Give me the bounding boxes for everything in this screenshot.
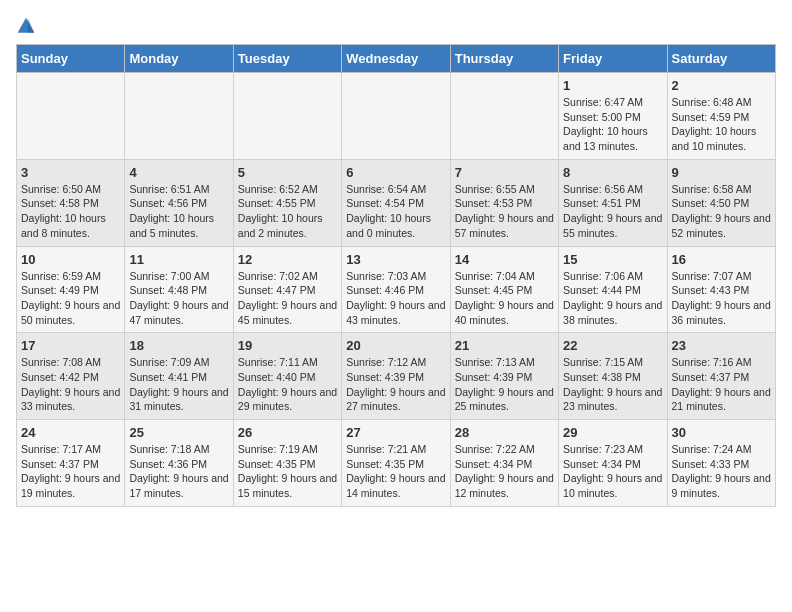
page-header — [16, 16, 776, 36]
day-number: 10 — [21, 252, 120, 267]
day-info: Sunrise: 7:12 AM Sunset: 4:39 PM Dayligh… — [346, 355, 445, 414]
day-info: Sunrise: 7:13 AM Sunset: 4:39 PM Dayligh… — [455, 355, 554, 414]
calendar-table: Sunday Monday Tuesday Wednesday Thursday… — [16, 44, 776, 507]
day-info: Sunrise: 7:04 AM Sunset: 4:45 PM Dayligh… — [455, 269, 554, 328]
day-number: 18 — [129, 338, 228, 353]
col-tuesday: Tuesday — [233, 45, 341, 73]
calendar-week-row: 3Sunrise: 6:50 AM Sunset: 4:58 PM Daylig… — [17, 159, 776, 246]
col-friday: Friday — [559, 45, 667, 73]
day-info: Sunrise: 7:19 AM Sunset: 4:35 PM Dayligh… — [238, 442, 337, 501]
calendar-week-row: 1Sunrise: 6:47 AM Sunset: 5:00 PM Daylig… — [17, 73, 776, 160]
day-info: Sunrise: 6:58 AM Sunset: 4:50 PM Dayligh… — [672, 182, 771, 241]
calendar-day-cell — [125, 73, 233, 160]
calendar-day-cell — [450, 73, 558, 160]
day-info: Sunrise: 6:47 AM Sunset: 5:00 PM Dayligh… — [563, 95, 662, 154]
day-number: 6 — [346, 165, 445, 180]
day-info: Sunrise: 7:02 AM Sunset: 4:47 PM Dayligh… — [238, 269, 337, 328]
calendar-day-cell: 19Sunrise: 7:11 AM Sunset: 4:40 PM Dayli… — [233, 333, 341, 420]
day-info: Sunrise: 7:18 AM Sunset: 4:36 PM Dayligh… — [129, 442, 228, 501]
calendar-day-cell: 7Sunrise: 6:55 AM Sunset: 4:53 PM Daylig… — [450, 159, 558, 246]
day-info: Sunrise: 6:51 AM Sunset: 4:56 PM Dayligh… — [129, 182, 228, 241]
day-number: 9 — [672, 165, 771, 180]
day-number: 21 — [455, 338, 554, 353]
day-number: 24 — [21, 425, 120, 440]
day-number: 17 — [21, 338, 120, 353]
day-number: 23 — [672, 338, 771, 353]
day-number: 22 — [563, 338, 662, 353]
day-number: 3 — [21, 165, 120, 180]
logo-icon — [16, 16, 36, 36]
calendar-day-cell: 15Sunrise: 7:06 AM Sunset: 4:44 PM Dayli… — [559, 246, 667, 333]
calendar-day-cell: 25Sunrise: 7:18 AM Sunset: 4:36 PM Dayli… — [125, 420, 233, 507]
day-number: 16 — [672, 252, 771, 267]
calendar-week-row: 17Sunrise: 7:08 AM Sunset: 4:42 PM Dayli… — [17, 333, 776, 420]
day-number: 30 — [672, 425, 771, 440]
calendar-day-cell: 13Sunrise: 7:03 AM Sunset: 4:46 PM Dayli… — [342, 246, 450, 333]
day-number: 5 — [238, 165, 337, 180]
svg-marker-1 — [28, 18, 35, 33]
day-number: 28 — [455, 425, 554, 440]
day-info: Sunrise: 7:11 AM Sunset: 4:40 PM Dayligh… — [238, 355, 337, 414]
day-info: Sunrise: 7:03 AM Sunset: 4:46 PM Dayligh… — [346, 269, 445, 328]
day-info: Sunrise: 6:50 AM Sunset: 4:58 PM Dayligh… — [21, 182, 120, 241]
logo — [16, 16, 40, 36]
col-sunday: Sunday — [17, 45, 125, 73]
calendar-day-cell: 4Sunrise: 6:51 AM Sunset: 4:56 PM Daylig… — [125, 159, 233, 246]
day-info: Sunrise: 7:06 AM Sunset: 4:44 PM Dayligh… — [563, 269, 662, 328]
calendar-week-row: 10Sunrise: 6:59 AM Sunset: 4:49 PM Dayli… — [17, 246, 776, 333]
day-info: Sunrise: 7:09 AM Sunset: 4:41 PM Dayligh… — [129, 355, 228, 414]
day-number: 25 — [129, 425, 228, 440]
calendar-day-cell: 3Sunrise: 6:50 AM Sunset: 4:58 PM Daylig… — [17, 159, 125, 246]
calendar-day-cell: 8Sunrise: 6:56 AM Sunset: 4:51 PM Daylig… — [559, 159, 667, 246]
day-info: Sunrise: 6:55 AM Sunset: 4:53 PM Dayligh… — [455, 182, 554, 241]
day-info: Sunrise: 7:23 AM Sunset: 4:34 PM Dayligh… — [563, 442, 662, 501]
col-thursday: Thursday — [450, 45, 558, 73]
calendar-week-row: 24Sunrise: 7:17 AM Sunset: 4:37 PM Dayli… — [17, 420, 776, 507]
day-info: Sunrise: 7:24 AM Sunset: 4:33 PM Dayligh… — [672, 442, 771, 501]
day-number: 14 — [455, 252, 554, 267]
day-info: Sunrise: 6:54 AM Sunset: 4:54 PM Dayligh… — [346, 182, 445, 241]
calendar-day-cell: 6Sunrise: 6:54 AM Sunset: 4:54 PM Daylig… — [342, 159, 450, 246]
day-number: 29 — [563, 425, 662, 440]
day-number: 7 — [455, 165, 554, 180]
calendar-day-cell: 14Sunrise: 7:04 AM Sunset: 4:45 PM Dayli… — [450, 246, 558, 333]
day-info: Sunrise: 7:15 AM Sunset: 4:38 PM Dayligh… — [563, 355, 662, 414]
calendar-day-cell: 22Sunrise: 7:15 AM Sunset: 4:38 PM Dayli… — [559, 333, 667, 420]
day-number: 2 — [672, 78, 771, 93]
calendar-day-cell: 11Sunrise: 7:00 AM Sunset: 4:48 PM Dayli… — [125, 246, 233, 333]
calendar-day-cell: 16Sunrise: 7:07 AM Sunset: 4:43 PM Dayli… — [667, 246, 775, 333]
day-info: Sunrise: 7:17 AM Sunset: 4:37 PM Dayligh… — [21, 442, 120, 501]
day-info: Sunrise: 6:52 AM Sunset: 4:55 PM Dayligh… — [238, 182, 337, 241]
calendar-day-cell: 29Sunrise: 7:23 AM Sunset: 4:34 PM Dayli… — [559, 420, 667, 507]
day-number: 1 — [563, 78, 662, 93]
calendar-day-cell: 28Sunrise: 7:22 AM Sunset: 4:34 PM Dayli… — [450, 420, 558, 507]
day-info: Sunrise: 7:00 AM Sunset: 4:48 PM Dayligh… — [129, 269, 228, 328]
day-number: 13 — [346, 252, 445, 267]
day-info: Sunrise: 6:56 AM Sunset: 4:51 PM Dayligh… — [563, 182, 662, 241]
day-info: Sunrise: 7:07 AM Sunset: 4:43 PM Dayligh… — [672, 269, 771, 328]
day-info: Sunrise: 7:16 AM Sunset: 4:37 PM Dayligh… — [672, 355, 771, 414]
day-number: 19 — [238, 338, 337, 353]
calendar-day-cell: 9Sunrise: 6:58 AM Sunset: 4:50 PM Daylig… — [667, 159, 775, 246]
day-info: Sunrise: 6:48 AM Sunset: 4:59 PM Dayligh… — [672, 95, 771, 154]
day-number: 8 — [563, 165, 662, 180]
calendar-day-cell: 26Sunrise: 7:19 AM Sunset: 4:35 PM Dayli… — [233, 420, 341, 507]
calendar-day-cell: 24Sunrise: 7:17 AM Sunset: 4:37 PM Dayli… — [17, 420, 125, 507]
calendar-day-cell: 20Sunrise: 7:12 AM Sunset: 4:39 PM Dayli… — [342, 333, 450, 420]
calendar-day-cell: 10Sunrise: 6:59 AM Sunset: 4:49 PM Dayli… — [17, 246, 125, 333]
calendar-day-cell: 30Sunrise: 7:24 AM Sunset: 4:33 PM Dayli… — [667, 420, 775, 507]
day-info: Sunrise: 7:21 AM Sunset: 4:35 PM Dayligh… — [346, 442, 445, 501]
day-info: Sunrise: 7:22 AM Sunset: 4:34 PM Dayligh… — [455, 442, 554, 501]
col-monday: Monday — [125, 45, 233, 73]
calendar-header-row: Sunday Monday Tuesday Wednesday Thursday… — [17, 45, 776, 73]
calendar-day-cell — [342, 73, 450, 160]
day-info: Sunrise: 7:08 AM Sunset: 4:42 PM Dayligh… — [21, 355, 120, 414]
day-info: Sunrise: 6:59 AM Sunset: 4:49 PM Dayligh… — [21, 269, 120, 328]
col-wednesday: Wednesday — [342, 45, 450, 73]
day-number: 26 — [238, 425, 337, 440]
day-number: 27 — [346, 425, 445, 440]
day-number: 15 — [563, 252, 662, 267]
calendar-day-cell: 18Sunrise: 7:09 AM Sunset: 4:41 PM Dayli… — [125, 333, 233, 420]
calendar-day-cell: 5Sunrise: 6:52 AM Sunset: 4:55 PM Daylig… — [233, 159, 341, 246]
calendar-day-cell: 17Sunrise: 7:08 AM Sunset: 4:42 PM Dayli… — [17, 333, 125, 420]
